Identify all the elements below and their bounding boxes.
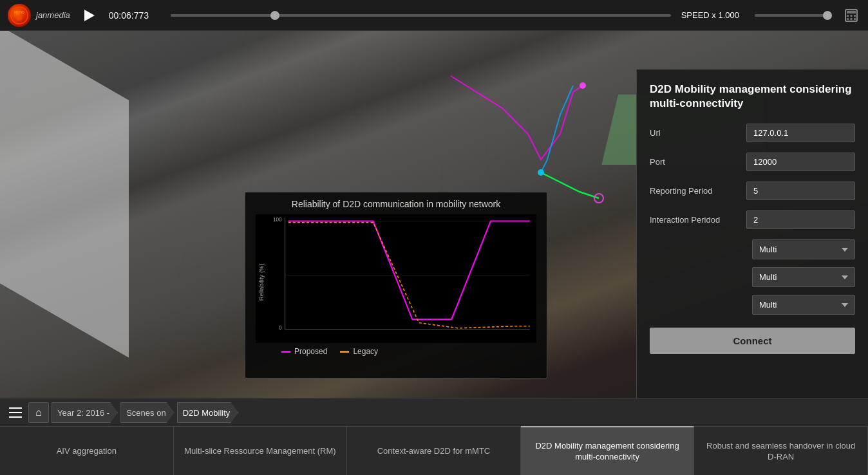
speed-label: SPEED x 1.000 — [681, 10, 739, 20]
port-value[interactable]: 12000 — [746, 153, 855, 171]
dropdown3[interactable]: Multi — [752, 295, 855, 315]
breadcrumb-scenes[interactable]: Scenes on — [120, 402, 174, 423]
chart-panel: Reliability of D2D communication in mobi… — [245, 192, 547, 378]
dropdown1[interactable]: Multi — [752, 239, 855, 259]
svg-point-2 — [17, 15, 22, 21]
legend-proposed: Proposed — [281, 347, 327, 356]
dropdown3-row: Multi — [650, 295, 855, 315]
interaction-period-row: Interaction Peridod 2 — [650, 210, 855, 229]
svg-rect-8 — [847, 18, 849, 20]
chart-svg: Reliability (%) 100 0 — [256, 214, 536, 343]
breadcrumb-mobility[interactable]: D2D Mobility — [177, 402, 239, 423]
play-icon — [84, 10, 95, 21]
calculator-icon[interactable] — [842, 6, 860, 24]
svg-text:0: 0 — [279, 325, 282, 331]
svg-rect-7 — [854, 15, 856, 17]
top-toolbar: METIO janmedia 00:06:773 SPEED x 1.000 — [0, 0, 868, 31]
connect-button[interactable]: Connect — [650, 328, 855, 354]
proposed-color-swatch — [281, 351, 290, 353]
timer-display: 00:06:773 — [109, 10, 160, 21]
port-label: Port — [650, 157, 740, 167]
home-icon: ⌂ — [35, 407, 42, 418]
dropdown2[interactable]: Multi — [752, 267, 855, 287]
dropdown1-value: Multi — [759, 245, 777, 254]
breadcrumb-strip: ⌂ Year 2: 2016 - Scenes on D2D Mobility — [0, 399, 868, 426]
progress-track[interactable] — [171, 14, 671, 17]
svg-text:100: 100 — [273, 216, 282, 222]
chart-title: Reliability of D2D communication in mobi… — [256, 199, 536, 209]
svg-rect-10 — [854, 18, 856, 20]
dropdown2-value: Multi — [759, 272, 777, 282]
svg-text:METIO: METIO — [14, 10, 24, 14]
hamburger-line-2 — [9, 412, 22, 413]
hamburger-button[interactable] — [5, 402, 26, 423]
svg-rect-5 — [847, 15, 849, 17]
tab-aiv[interactable]: AIV aggregation — [0, 426, 174, 475]
legacy-label: Legacy — [353, 347, 378, 356]
tab-d2d-mobility[interactable]: D2D Mobility management considering mult… — [521, 426, 695, 475]
bottom-bar: ⌂ Year 2: 2016 - Scenes on D2D Mobility … — [0, 398, 868, 475]
main-viewport: Reliability of D2D communication in mobi… — [0, 31, 868, 398]
reporting-period-row: Reporting Period 5 — [650, 182, 855, 200]
breadcrumb-year[interactable]: Year 2: 2016 - — [52, 402, 118, 423]
tab-robust-handover[interactable]: Robust and seamless handover in cloud D-… — [694, 426, 868, 475]
legend-legacy: Legacy — [340, 347, 378, 356]
interaction-period-label: Interaction Peridod — [650, 215, 740, 225]
svg-rect-6 — [851, 15, 853, 17]
url-label: Url — [650, 128, 740, 138]
url-value[interactable]: 127.0.0.1 — [746, 124, 855, 142]
chart-area: Reliability (%) 100 0 — [256, 214, 536, 343]
svg-rect-4 — [847, 11, 856, 14]
chart-legend: Proposed Legacy — [256, 347, 536, 356]
url-row: Url 127.0.0.1 — [650, 124, 855, 142]
legacy-color-swatch — [340, 351, 349, 353]
scene-tabs: AIV aggregation Multi-slice Ressource Ma… — [0, 426, 868, 475]
app-logo: METIO — [8, 4, 31, 27]
dropdown2-row: Multi — [650, 267, 855, 287]
tab-context-d2d[interactable]: Context-aware D2D for mMTC — [347, 426, 521, 475]
hamburger-line-1 — [9, 407, 22, 409]
dropdown1-row: Multi — [650, 239, 855, 259]
home-button[interactable]: ⌂ — [28, 402, 49, 423]
logo-area: METIO janmedia — [8, 4, 70, 27]
dropdown3-value: Multi — [759, 300, 777, 310]
progress-thumb[interactable] — [270, 11, 279, 20]
proposed-label: Proposed — [294, 347, 327, 356]
reporting-period-label: Reporting Period — [650, 186, 740, 196]
speed-thumb[interactable] — [823, 11, 832, 20]
svg-rect-9 — [851, 18, 853, 20]
brand-label: janmedia — [36, 10, 70, 20]
panel-title: D2D Mobility management considering mult… — [650, 82, 855, 111]
reporting-period-value[interactable]: 5 — [746, 182, 855, 200]
chevron-down-icon-2 — [842, 275, 848, 279]
chevron-down-icon — [842, 248, 848, 252]
port-row: Port 12000 — [650, 153, 855, 171]
speed-track[interactable] — [755, 14, 832, 17]
hamburger-line-3 — [9, 416, 22, 418]
chevron-down-icon-3 — [842, 303, 848, 307]
interaction-period-value[interactable]: 2 — [746, 210, 855, 229]
play-button[interactable] — [80, 6, 99, 24]
svg-text:Reliability (%): Reliability (%) — [258, 263, 265, 301]
right-panel: D2D Mobility management considering mult… — [636, 70, 868, 398]
tab-multislice[interactable]: Multi-slice Ressource Management (RM) — [174, 426, 348, 475]
progress-area[interactable] — [171, 14, 671, 17]
